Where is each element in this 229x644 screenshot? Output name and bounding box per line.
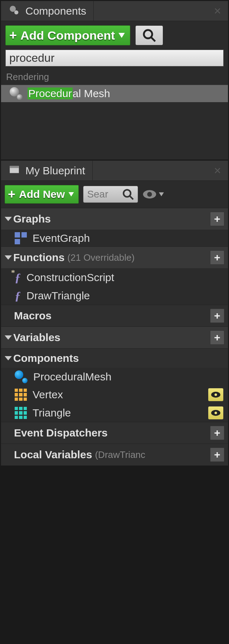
my-blueprint-search[interactable] (83, 186, 138, 203)
svg-marker-12 (159, 192, 164, 196)
macros-label: Macros (14, 310, 52, 322)
add-event-dispatcher-button[interactable]: + (210, 426, 224, 440)
svg-point-1 (14, 10, 18, 14)
macros-section[interactable]: Macros + (1, 305, 228, 326)
draw-triangle-label: DrawTriangle (26, 290, 90, 302)
plus-icon: + (9, 28, 17, 43)
my-blueprint-panel: My Blueprint ✕ + Add New Graphs (1, 160, 228, 466)
panel-spacer (1, 102, 228, 159)
component-icon (10, 87, 23, 100)
components-tab[interactable]: Components (1, 1, 94, 21)
svg-rect-6 (10, 166, 19, 168)
event-graph-item[interactable]: EventGraph (1, 230, 228, 246)
variables-label: Variables (13, 331, 60, 344)
construction-script-item[interactable]: ƒ ConstructionScript (1, 268, 228, 286)
instance-editable-toggle[interactable] (208, 388, 224, 401)
procedural-mesh-var[interactable]: ProceduralMesh (1, 368, 228, 385)
procedural-mesh-label: ProceduralMesh (33, 371, 111, 383)
my-blueprint-title: My Blueprint (25, 165, 85, 177)
components-toolbar: + Add Component (1, 21, 228, 50)
graphs-label: Graphs (13, 213, 51, 225)
search-icon (122, 188, 134, 200)
vertex-label: Vertex (33, 389, 63, 401)
component-search-input[interactable] (5, 50, 224, 66)
tab-bar: Components ✕ (1, 1, 228, 21)
close-icon[interactable]: ✕ (214, 165, 221, 176)
search-icon (142, 28, 156, 43)
graphs-section[interactable]: Graphs + (1, 208, 228, 230)
vertex-var[interactable]: Vertex (1, 385, 228, 404)
svg-point-14 (215, 394, 217, 396)
add-new-label: Add New (19, 188, 65, 200)
instance-editable-toggle[interactable] (208, 406, 224, 420)
my-blueprint-tab[interactable]: My Blueprint (1, 161, 93, 180)
tab-bar: My Blueprint ✕ (1, 161, 228, 181)
result-rest: al Mesh (73, 88, 110, 99)
eye-icon (211, 391, 221, 398)
svg-point-11 (147, 192, 152, 196)
add-new-button[interactable]: + Add New (5, 185, 79, 204)
svg-line-4 (151, 37, 155, 41)
chevron-down-icon (68, 192, 74, 196)
array-var-icon (15, 389, 27, 401)
blueprint-tab-icon (8, 164, 20, 178)
function-icon: ƒ (15, 271, 21, 284)
triangle-label: Triangle (33, 407, 71, 419)
event-dispatchers-label: Event Dispatchers (14, 427, 108, 439)
svg-point-8 (124, 190, 131, 197)
add-macro-button[interactable]: + (210, 309, 224, 323)
variables-section[interactable]: Variables + (1, 326, 228, 348)
svg-point-3 (144, 30, 152, 38)
component-var-icon (15, 370, 28, 383)
search-button[interactable] (135, 25, 163, 45)
construction-script-label: ConstructionScript (26, 271, 114, 284)
add-component-label: Add Component (20, 29, 115, 43)
event-dispatchers-section[interactable]: Event Dispatchers + (1, 422, 228, 444)
local-variables-label: Local Variables (14, 449, 92, 461)
components-tab-title: Components (25, 5, 86, 17)
add-function-button[interactable]: + (210, 250, 224, 265)
eye-icon (142, 189, 157, 199)
draw-triangle-item[interactable]: ƒ DrawTriangle (1, 286, 228, 305)
expand-icon (5, 255, 12, 260)
functions-label: Functions (13, 251, 64, 264)
components-tab-icon (8, 4, 20, 18)
visibility-filter-button[interactable] (142, 189, 164, 199)
category-rendering: Rendering (1, 69, 228, 85)
expand-icon (5, 217, 12, 221)
close-icon[interactable]: ✕ (214, 5, 221, 16)
expand-icon (5, 356, 12, 360)
add-graph-button[interactable]: + (210, 212, 224, 226)
add-local-variable-button[interactable]: + (210, 448, 224, 462)
event-graph-label: EventGraph (33, 232, 90, 244)
chevron-down-icon (118, 33, 125, 38)
svg-marker-7 (69, 192, 74, 196)
components-panel: Components ✕ + Add Component Rendering P… (1, 1, 228, 160)
plus-icon: + (8, 187, 15, 202)
functions-count: (21 Overridable) (67, 252, 135, 263)
components-vars-section[interactable]: Components (1, 348, 228, 368)
functions-section[interactable]: Functions (21 Overridable) + (1, 246, 228, 268)
search-result-procedural-mesh[interactable]: Procedural Mesh (1, 85, 228, 102)
my-blueprint-search-input[interactable] (87, 189, 119, 200)
triangle-var[interactable]: Triangle (1, 404, 228, 422)
function-icon: ƒ (15, 289, 21, 303)
eye-icon (211, 409, 221, 416)
svg-marker-2 (119, 33, 125, 38)
array-var-icon (15, 407, 27, 419)
add-variable-button[interactable]: + (210, 330, 224, 345)
svg-line-9 (130, 196, 133, 199)
result-text: Procedural Mesh (28, 88, 110, 100)
graph-icon (15, 232, 27, 244)
chevron-down-icon (159, 192, 164, 196)
expand-icon (5, 335, 12, 340)
local-variables-context: (DrawTrianc (95, 449, 145, 460)
add-component-button[interactable]: + Add Component (5, 25, 130, 45)
components-vars-label: Components (13, 352, 79, 364)
my-blueprint-toolbar: + Add New (1, 181, 228, 208)
svg-point-16 (215, 412, 217, 414)
result-highlight: Procedur (28, 88, 73, 99)
local-variables-section[interactable]: Local Variables (DrawTrianc + (1, 444, 228, 465)
